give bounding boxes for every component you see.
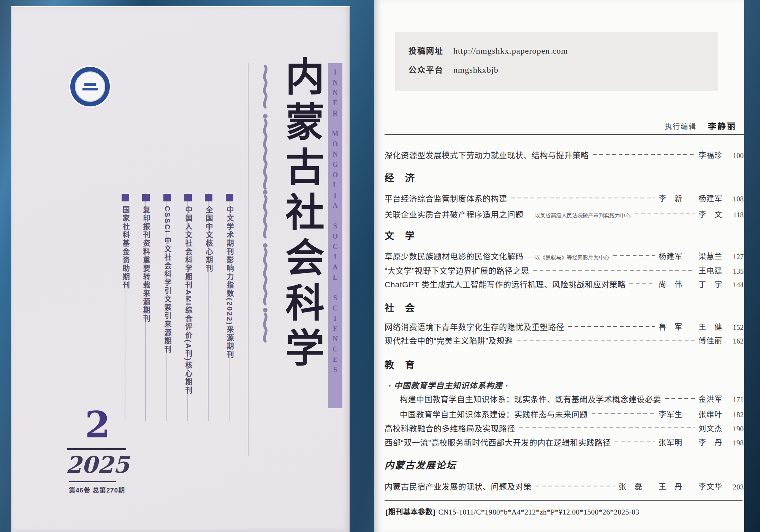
dot-leader [533, 270, 695, 271]
issue-number: 2 [68, 406, 128, 444]
toc-entry: 内蒙古民宿产业发展的现状、问题及对策 张 磊 王 丹 李文华 203 [385, 480, 744, 492]
submission-url-label: 投稿网址 [408, 44, 443, 56]
dot-leader [635, 214, 695, 214]
entry-page: 162 [726, 337, 744, 345]
entry-authors: 张 磊 王 丹 李文华 [619, 481, 722, 492]
toc-entry: 关联企业实质合并破产程序适用之问题 ——以某省高级人民法院破产审判实践为中心 李… [385, 208, 744, 220]
entry-page: 135 [726, 267, 744, 276]
section-header-education: 教 育 [385, 357, 415, 371]
bullet-square-icon [226, 194, 233, 201]
issue-divider-line [67, 448, 126, 450]
entry-page: 198 [726, 439, 744, 447]
journal-seal-icon [70, 67, 110, 106]
honor-text: 中文学术期刊影响力指数(2022)来源期刊 [226, 206, 233, 359]
dot-leader [593, 154, 695, 155]
entry-authors: 金洪军 [698, 393, 722, 404]
dot-leader [511, 198, 655, 198]
toc-divider-bottom [385, 500, 743, 501]
toc-entry: 构建中国教育学自主知识体系：现实条件、既有基础及学术概念建设必要 金洪军 171 [400, 393, 744, 404]
issue-divider-line-2 [69, 481, 116, 482]
journal-cover: 国家社科基金资助期刊 复印报刊资料重要转载来源期刊 CSSCI 中文社会科学引文… [11, 6, 350, 532]
dot-leader [592, 413, 655, 414]
honor-column: 全国中文核心期刊 [200, 194, 218, 273]
wechat-label: 公众平台 [408, 63, 443, 75]
entry-authors: 张军明 李 丹 [659, 437, 722, 448]
dot-leader [614, 442, 655, 442]
section-header-literature: 文 学 [385, 228, 415, 242]
entry-authors: 李 文 [698, 209, 722, 220]
entry-title: 西部“双一流”高校服务新时代西部大开发的内在逻辑和实践路径 [385, 436, 611, 448]
entry-title: 现代社会中的“完美主义陷阱”及规避 [385, 334, 513, 346]
honor-text: 国家社科基金资助期刊 [122, 206, 129, 290]
bullet-square-icon [163, 194, 171, 201]
entry-page: 108 [726, 195, 744, 203]
entry-subtitle: ——以某省高级人民法院破产审判实践为中心 [524, 211, 631, 219]
entry-page: 127 [726, 253, 744, 261]
entry-page: 152 [726, 323, 744, 332]
editor-name: 李静丽 [708, 119, 736, 131]
entry-page: 190 [726, 425, 744, 433]
entry-title: 内蒙古民宿产业发展的现状、问题及对策 [385, 480, 532, 492]
parameters-label: [期刊基本参数] [386, 508, 435, 516]
entry-title: 关联企业实质合并破产程序适用之问题 [385, 208, 524, 220]
journal-title-english: INNER MONGOLIA SOCIAL SCIENCES [331, 68, 339, 408]
entry-authors: 刘文杰 [698, 423, 722, 434]
toc-entry: 深化资源型发展模式下劳动力就业现状、结构与提升策略 李福珍 100 [385, 149, 744, 160]
issue-year: 2025 [64, 451, 131, 478]
submission-url: http://nmgshkx.paperopen.com [453, 46, 568, 56]
entry-authors: 尚 伟 丁 宇 [659, 279, 722, 290]
entry-authors: 李福珍 [698, 149, 722, 160]
section-header-forum: 内蒙古发展论坛 [385, 458, 456, 471]
toc-entry: 高校科教融合的多维格局及实现路径 刘文杰 190 [385, 422, 744, 434]
column-subheader: · 中国教育学自主知识体系构建 · [388, 379, 508, 391]
entry-authors: 鲁 军 王 健 [659, 321, 722, 332]
entry-authors: 李军生 张维叶 [659, 408, 722, 420]
entry-title: 草原少数民族题材电影的民俗文化解码 [385, 250, 524, 261]
dot-leader [568, 326, 655, 327]
submission-info-box: 投稿网址 http://nmgshkx.paperopen.com 公众平台 n… [395, 32, 718, 91]
toc-entry: 西部“双一流”高校服务新时代西部大开发的内在逻辑和实践路径 张军明 李 丹 19… [385, 436, 744, 448]
entry-title: 中国教育学自主知识体系建设：实践样态与未来问题 [400, 408, 588, 420]
toc-divider-top [385, 134, 745, 135]
entry-title: “大文学”视野下文学边界扩展的路径之思 [385, 264, 529, 276]
entry-title: 平台经济综合监管制度体系的构建 [385, 192, 507, 204]
entry-title: 构建中国教育学自主知识体系：现实条件、既有基础及学术概念建设必要 [400, 393, 661, 404]
honor-column: 复印报刊资料重要转载来源期刊 [137, 194, 155, 323]
entry-title: ChatGPT 类生成式人工智能写作的运行机理、风险挑战和应对策略 [385, 278, 625, 290]
bullet-square-icon [122, 194, 129, 201]
bullet-square-icon [205, 194, 212, 201]
entry-title: 高校科教融合的多维格局及实现路径 [385, 422, 515, 434]
entry-page: 182 [726, 411, 744, 419]
editor-label: 执行编辑 [665, 121, 697, 131]
toc-entry: 草原少数民族题材电影的民俗文化解码 ——以《黑骏马》等经典影片为中心 杨建军 梁… [385, 250, 744, 261]
entry-authors: 杨建军 梁慧兰 [659, 250, 722, 261]
honor-column: 国家社科基金资助期刊 [116, 194, 135, 290]
honor-text: 中国人文社会科学期刊AMI综合评价(A刊)核心期刊 [185, 206, 192, 395]
dot-leader [613, 255, 655, 256]
bullet-square-icon [142, 194, 150, 201]
entry-page: 203 [726, 483, 744, 491]
toc-page: 投稿网址 http://nmgshkx.paperopen.com 公众平台 n… [374, 0, 744, 532]
entry-authors: 王电建 [698, 265, 722, 276]
dot-leader [519, 428, 695, 428]
honor-text: 全国中文核心期刊 [205, 206, 212, 273]
dot-leader [629, 283, 655, 284]
entry-page: 100 [726, 152, 744, 160]
toc-entry: 现代社会中的“完美主义陷阱”及规避 傅佳丽 162 [385, 334, 744, 346]
entry-title: 网络消费语境下青年数字化生存的隐忧及重塑路径 [385, 321, 564, 332]
divider-line-tall [248, 63, 249, 456]
journal-parameters: [期刊基本参数] CN15-1011/C*1980*b*A4*212*zh*P*… [386, 506, 639, 516]
mongolian-script-decoration [255, 63, 276, 352]
entry-title: 深化资源型发展模式下劳动力就业现状、结构与提升策略 [385, 149, 589, 160]
entry-page: 171 [726, 396, 744, 404]
parameters-value: CN15-1011/C*1980*b*A4*212*zh*P*¥12.00*15… [438, 508, 639, 516]
toc-entry: 中国教育学自主知识体系建设：实践样态与未来问题 李军生 张维叶 182 [400, 408, 744, 420]
entry-authors: 傅佳丽 [698, 335, 722, 346]
honor-column: 中文学术期刊影响力指数(2022)来源期刊 [220, 194, 239, 359]
honor-column: 中国人文社会科学期刊AMI综合评价(A刊)核心期刊 [179, 194, 197, 395]
journal-title-vertical: 内蒙古社会科学 [277, 56, 327, 417]
journal-title-english-band: INNER MONGOLIA SOCIAL SCIENCES [328, 63, 343, 408]
executive-editor: 执行编辑 李静丽 [665, 119, 736, 131]
wechat-id: nmgshkxbjb [453, 65, 499, 75]
section-header-society: 社 会 [385, 300, 415, 314]
